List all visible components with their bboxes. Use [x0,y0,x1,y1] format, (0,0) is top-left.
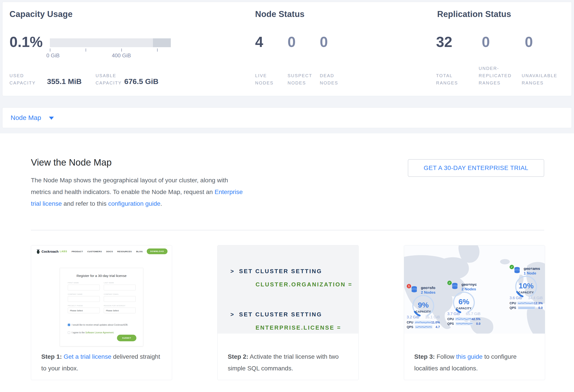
capacity-gauge: 10% CAPACITY [510,273,543,299]
replication-status-title: Replication Status [437,9,511,19]
field-label: COMPANY EMAIL [104,293,136,295]
download-button[interactable]: DOWNLOAD [147,248,167,254]
view-selector-bar: Node Map [2,107,572,128]
unavailable-value: 0 [525,35,533,49]
node-map-dropdown[interactable]: Node Map [11,114,54,121]
qps-value: 4.7 [436,325,440,329]
node-count: 2 Nodes [461,287,477,291]
field-label: REASON FOR INTEREST [104,305,136,307]
step-3-card: 1 geo=sfo 2 Nodes 9% CAPACITY [404,245,545,380]
step-2-card: >SET CLUSTER SETTING CLUSTER.ORGANIZATIO… [217,245,359,380]
capacity-gauge: 6% CAPACITY [447,288,480,314]
get-trial-license-link[interactable]: Get a trial license [63,353,111,360]
capacity-gauge: 9% CAPACITY [407,292,440,318]
software-license-agreement-link[interactable]: Software License Agreement. [85,331,114,334]
node-map-preview: 1 geo=sfo 2 Nodes 9% CAPACITY [404,245,545,334]
page-title: View the Node Map [31,157,112,168]
nav-item[interactable]: BLOG [136,250,143,253]
last-name-field[interactable] [104,285,136,290]
first-name-field[interactable] [68,285,100,290]
trial-registration-form: Register for a 30-day trial license FIRS… [60,268,143,346]
company-email-field[interactable] [104,296,136,302]
nav-item[interactable]: DOCS [106,250,113,253]
qps-label: QPS [510,306,518,310]
live-nodes-value: 4 [255,35,263,49]
chevron-down-icon [49,117,54,120]
healthy-badge: ✓ [447,281,452,285]
reason-select[interactable]: Please Select [104,308,136,313]
healthy-badge: ✓ [510,265,514,269]
cpu-label: CPU [407,320,415,324]
total-ranges-value: 32 [436,35,452,49]
configuration-guide-link[interactable]: configuration guide [108,200,161,207]
cpu-label: CPU [447,317,455,321]
description-text: . [161,200,162,207]
step-1-card: Cockroach LABS PRODUCT CUSTOMERS DOCS RE… [31,245,172,380]
dead-nodes-value: 0 [320,35,328,49]
license-agree-checkbox[interactable] [68,331,70,334]
section-divider [31,230,544,230]
nav-item[interactable]: PRODUCT [72,250,83,253]
qps-sparkline [456,322,473,325]
locality-name: geo=nyc [461,282,477,287]
capacity-bar [50,38,171,47]
qps-label: QPS [447,322,456,325]
locality-name: geo=sfo [421,286,435,290]
cockroach-labs-logo: Cockroach LABS [36,249,67,254]
nav-item[interactable]: CUSTOMERS [87,250,102,253]
qps-value: 0.0 [538,306,543,310]
nav-item[interactable]: RESOURCES [117,250,132,253]
company-name-field[interactable] [68,296,100,302]
svg-text:6%: 6% [458,298,469,306]
email-updates-checkbox[interactable]: ✓ [68,324,70,326]
this-guide-link[interactable]: this guide [456,353,483,360]
cpu-value: 12.3% [534,301,543,305]
suspect-nodes-value: 0 [287,35,296,49]
capacity-bar-chart: 0 GiB 400 GiB [50,38,171,63]
axis-tick-label: 0 GiB [46,53,60,59]
total-ranges-label: TOTAL RANGES [436,72,469,87]
field-label: COMPANY NAME [68,293,100,295]
step-3-caption: Step 3: Follow this guide to configure l… [414,351,537,374]
node-status-title: Node Status [255,9,305,19]
dead-nodes-label: DEAD NODES [320,72,348,87]
database-icon [452,282,460,290]
mini-site-nav: PRODUCT CUSTOMERS DOCS RESOURCES BLOG [72,250,143,253]
cpu-value: 42.5% [472,317,480,321]
sql-commands-preview: >SET CLUSTER SETTING CLUSTER.ORGANIZATIO… [218,245,358,334]
sql-prompt: > [230,268,235,275]
project-phase-select[interactable]: Please Select [68,308,100,313]
usable-capacity-label: USABLE CAPACITY [96,72,126,87]
svg-text:CAPACITY: CAPACITY [456,307,472,310]
cpu-value: 11.0% [431,320,440,324]
description-text: The Node Map shows the geographical layo… [31,177,228,195]
cpu-label: CPU [510,301,517,305]
used-capacity-label: USED CAPACITY [9,72,47,87]
error-badge: 1 [407,284,411,288]
used-capacity: 3.7 GiB [447,312,460,316]
map-node-ams: ✓ geo=ams 1 Node 10% CAPACITY [510,266,543,310]
svg-text:9%: 9% [418,301,429,309]
map-node-nyc: ✓ geo=nyc 2 Nodes 6% CAPACITY [447,282,480,325]
svg-text:CAPACITY: CAPACITY [415,310,431,313]
sql-setting-name: CLUSTER.ORGANIZATION = [256,281,352,288]
form-title: Register for a 30-day trial license [60,274,143,278]
qps-label: QPS [407,325,415,329]
sql-command: SET CLUSTER SETTING [239,268,322,275]
qps-sparkline [415,325,432,329]
field-label: FIRST NAME [68,282,100,284]
sql-prompt: > [230,311,235,318]
node-count: 2 Nodes [421,290,435,295]
suspect-nodes-label: SUSPECT NODES [287,72,316,87]
under-replicated-label: UNDER-REPLICATED RANGES [479,65,523,87]
email-updates-label: I would like to receive email updates ab… [72,324,128,326]
total-capacity: 35.1 GiB [425,315,440,319]
cpu-sparkline [517,302,534,305]
node-map-dropdown-label: Node Map [11,114,41,121]
get-enterprise-trial-button[interactable]: GET A 30-DAY ENTERPRISE TRIAL [408,159,544,177]
sql-setting-name: ENTERPRISE.LICENSE = [256,324,341,331]
total-capacity: 34.4 GiB [528,296,543,300]
submit-button[interactable]: SUBMIT [117,335,136,341]
locality-name: geo=ams [524,266,540,271]
used-capacity: 3.6 GiB [510,296,522,300]
